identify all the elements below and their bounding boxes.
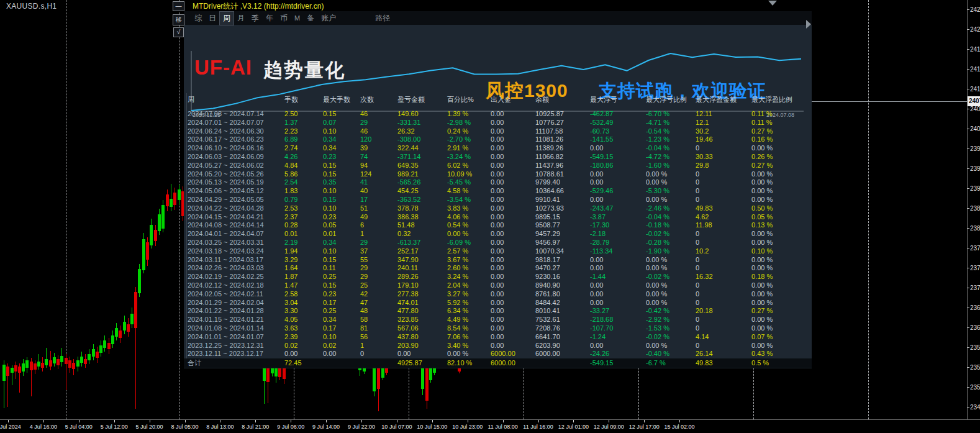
panel-title-bar[interactable]: MTDriver统计 ,V3.12 (http://mtdriver.cn) bbox=[184, 0, 812, 12]
panel-menu-bar: 综日周月季年币M备账户路径 bbox=[184, 11, 812, 25]
menu-item-M[interactable]: M bbox=[291, 13, 303, 23]
table-cell: 72.45 bbox=[284, 358, 323, 368]
table-cell: 474.01 bbox=[397, 299, 447, 308]
table-cell: 0 bbox=[696, 342, 751, 350]
candle-body bbox=[18, 367, 21, 373]
time-axis[interactable]: 4 Jul 20244 Jul 16:005 Jul 04:005 Jul 12… bbox=[0, 419, 980, 433]
table-cell: 26.32 bbox=[397, 127, 447, 136]
table-cell: 2024.05.13 ~ 2024.05.19 bbox=[188, 178, 284, 187]
price-tick bbox=[967, 228, 969, 229]
candle-body bbox=[2, 365, 6, 381]
table-cell: 26.14 bbox=[696, 350, 751, 358]
price-tick bbox=[967, 9, 969, 10]
check-button[interactable]: √ bbox=[173, 27, 184, 37]
table-row: 2024.05.06 ~ 2024.05.121.830.1040454.254… bbox=[184, 187, 812, 196]
chevron-right-icon[interactable] bbox=[806, 20, 811, 29]
price-tick bbox=[967, 288, 969, 288]
candle-body bbox=[127, 324, 130, 332]
table-cell: 2024.04.29 ~ 2024.05.05 bbox=[188, 196, 284, 204]
menu-item-路径[interactable]: 路径 bbox=[372, 12, 393, 25]
table-cell: 0.00 bbox=[491, 264, 535, 273]
table-cell: 0.23 bbox=[323, 213, 360, 222]
header-cell: 周 bbox=[188, 96, 284, 104]
table-row: 2024.06.10 ~ 2024.06.162.740.3439322.442… bbox=[184, 144, 812, 153]
table-cell: 0.00 bbox=[491, 307, 535, 316]
table-cell: 0.15 bbox=[323, 281, 360, 290]
table-cell: -107.70 bbox=[590, 324, 646, 333]
chevron-down-icon[interactable] bbox=[768, 1, 777, 6]
candle-body bbox=[142, 239, 145, 270]
table-cell: 0.00 % bbox=[646, 281, 696, 290]
table-cell: 0 bbox=[696, 281, 751, 290]
table-cell: 0 bbox=[696, 187, 751, 196]
table-cell: 0.00 bbox=[590, 299, 646, 308]
table-cell: 8010.41 bbox=[535, 307, 590, 316]
table-cell: 3.30 bbox=[284, 307, 323, 316]
price-axis[interactable]: 2426242224182414241024062402239823942390… bbox=[967, 0, 980, 419]
table-cell: 386.38 bbox=[397, 213, 447, 222]
table-cell: 0.00 bbox=[590, 281, 646, 290]
table-cell: 48 bbox=[360, 307, 397, 316]
price-tick bbox=[967, 89, 969, 89]
menu-item-币[interactable]: 币 bbox=[277, 12, 291, 25]
table-cell: -2.70 % bbox=[447, 135, 491, 144]
table-cell: -180.86 bbox=[590, 162, 646, 170]
table-cell: -113.34 bbox=[590, 247, 646, 256]
header-cell: 最大浮盈比例 bbox=[751, 96, 812, 104]
table-cell: 2024.03.25 ~ 2024.03.31 bbox=[188, 239, 284, 247]
table-cell: 0.18 % bbox=[751, 273, 812, 281]
menu-item-综[interactable]: 综 bbox=[191, 12, 205, 25]
table-cell: -3.87 bbox=[590, 213, 646, 222]
price-tick bbox=[967, 367, 969, 368]
table-cell: 0.15 bbox=[323, 256, 360, 265]
table-cell: 0 bbox=[696, 196, 751, 204]
table-cell: 454.25 bbox=[397, 187, 447, 196]
menu-item-备[interactable]: 备 bbox=[304, 12, 317, 25]
table-cell: 9457.29 bbox=[535, 230, 590, 239]
move-button[interactable]: 移 bbox=[173, 14, 184, 25]
table-cell: -6.09 % bbox=[447, 239, 491, 247]
candle-body bbox=[14, 365, 17, 371]
table-cell: 2024.04.01 ~ 2024.04.07 bbox=[188, 230, 284, 239]
time-label: 15 Jul 02:00 bbox=[665, 424, 695, 430]
menu-item-日[interactable]: 日 bbox=[206, 12, 219, 25]
table-cell: 6.34 % bbox=[447, 307, 491, 316]
table-cell: 1.37 bbox=[284, 119, 323, 127]
table-row: 2024.07.08 ~ 2024.07.142.500.1546149.601… bbox=[184, 110, 812, 119]
table-cell: 30.2 bbox=[696, 127, 751, 136]
table-cell: -1.60 % bbox=[646, 162, 696, 170]
table-row: 2024.02.05 ~ 2024.02.112.580.2342277.383… bbox=[184, 290, 812, 299]
table-cell: 29 bbox=[360, 264, 397, 273]
price-label: 2370 bbox=[970, 285, 980, 291]
table-cell: 0.00 % bbox=[646, 290, 696, 299]
menu-item-季[interactable]: 季 bbox=[248, 12, 262, 25]
menu-item-年[interactable]: 年 bbox=[263, 12, 276, 25]
table-cell: 9799.40 bbox=[535, 178, 590, 187]
menu-item-月[interactable]: 月 bbox=[234, 12, 248, 25]
menu-item-账户[interactable]: 账户 bbox=[318, 12, 339, 25]
table-cell: 3.40 % bbox=[447, 342, 491, 350]
table-cell: 0.00 bbox=[491, 135, 535, 144]
table-cell: 0.00 bbox=[590, 170, 646, 179]
table-cell: 0.00 % bbox=[751, 256, 812, 265]
candle-body bbox=[41, 363, 44, 368]
table-cell: 0 bbox=[696, 290, 751, 299]
table-cell: 2.57 % bbox=[447, 247, 491, 256]
current-price-line bbox=[812, 101, 967, 102]
table-cell: 0.07 % bbox=[751, 333, 812, 342]
table-cell: 0.00 % bbox=[751, 230, 812, 239]
price-tick bbox=[967, 248, 969, 248]
table-cell: 0 bbox=[696, 256, 751, 265]
table-cell: 0.11 bbox=[323, 264, 360, 273]
table-cell: -308.00 bbox=[397, 135, 447, 144]
table-cell: 74 bbox=[360, 153, 397, 162]
minimize-button[interactable]: — bbox=[173, 1, 184, 11]
table-cell: 2024.05.20 ~ 2024.05.26 bbox=[188, 170, 284, 179]
price-label: 2422 bbox=[970, 26, 980, 33]
candle-body bbox=[130, 314, 134, 324]
table-cell: 0.00 bbox=[590, 256, 646, 265]
table-cell: 2024.01.29 ~ 2024.02.04 bbox=[188, 299, 284, 308]
menu-item-周[interactable]: 周 bbox=[220, 12, 234, 25]
candle-body bbox=[11, 368, 14, 373]
table-cell: 10070.34 bbox=[535, 247, 590, 256]
